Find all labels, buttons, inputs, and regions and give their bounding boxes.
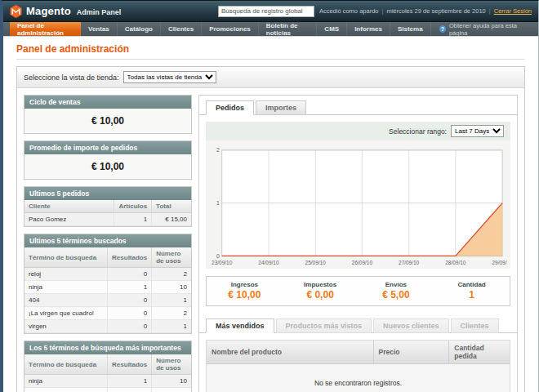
cell-label: ¡La virgen que cuadro! [24, 307, 108, 320]
cell-value: 2 [152, 307, 191, 320]
last-orders-table: ClienteArtículosTotalPaco Gomez1€ 15,00 [24, 200, 191, 226]
separator: | [381, 7, 383, 15]
table-row: Paco Gomez1€ 15,00 [24, 213, 191, 226]
svg-text:25/09/10: 25/09/10 [305, 260, 327, 265]
top-search-terms-table: Término de búsquedaResultadosNúmero de u… [24, 354, 191, 392]
tab-nuevos-clientes: Nuevos clientes [373, 318, 449, 333]
page-body: Panel de administración Seleccione la vi… [3, 37, 538, 392]
svg-text:0: 0 [216, 253, 220, 259]
svg-text:2: 2 [216, 147, 220, 153]
table-row: reloj02 [24, 388, 191, 392]
range-row: Seleccionar rango: Last 7 Days [206, 122, 510, 140]
cell-value: 0 [108, 307, 152, 320]
stat-impuestos: Impuestos€ 0,00 [283, 281, 359, 301]
svg-text:29/09/10: 29/09/10 [492, 260, 507, 265]
stat-envios: Envíos€ 5,00 [359, 281, 434, 301]
last-search-terms-widget: Ultimos 5 términos buscados Término de b… [24, 234, 192, 334]
nav-item-panel-de-administracion[interactable]: Panel de administración [10, 22, 81, 36]
table-row: reloj02 [24, 268, 191, 281]
svg-text:24/09/10: 24/09/10 [258, 260, 279, 265]
sales-chart: 01223/09/1024/09/1025/09/1026/09/1027/09… [206, 140, 510, 269]
dashboard-area: Ciclo de ventas € 10,00 Promedio de impo… [17, 88, 524, 392]
nav-item-sistema[interactable]: Sistema [390, 22, 431, 36]
stat-cantidad: Cantidad1 [434, 281, 510, 301]
cell-value: 1 [152, 294, 191, 307]
nav-item-promociones[interactable]: Promociones [202, 22, 259, 36]
cell-value: 0 [108, 268, 152, 281]
nav-item-informes[interactable]: Informes [347, 22, 390, 36]
dashboard-sidebar: Ciclo de ventas € 10,00 Promedio de impo… [24, 95, 192, 392]
nav-item-catalogo[interactable]: Catálogo [118, 22, 161, 36]
magento-admin-window: Magento Admin Panel Accedió como apardo … [0, 0, 539, 392]
totals-bar: Ingresos€ 10,00Impuestos€ 0,00Envíos€ 5,… [206, 276, 510, 306]
range-label: Seleccionar rango: [389, 127, 447, 136]
store-view-select[interactable]: Todas las vistas de tienda [123, 71, 216, 83]
cell-label: reloj [24, 388, 108, 392]
widget-title: Ultimos 5 términos buscados [24, 234, 191, 247]
store-view-bar: Seleccione la vista de tienda: Todas las… [17, 67, 524, 88]
widget-title: Ciclo de ventas [24, 96, 191, 109]
stat-value: € 0,00 [283, 289, 359, 301]
stat-label: Cantidad [434, 281, 510, 288]
column-header-articulos: Artículos [114, 200, 152, 213]
cell-value: 1 [108, 375, 152, 388]
stat-value: € 5,00 [359, 289, 434, 301]
dashboard-panel: PedidosImportes Seleccionar rango: Last … [198, 95, 518, 392]
cell-label: Paco Gomez [24, 213, 114, 226]
last-orders-widget: Ultimos 5 pedidos ClienteArtículosTotalP… [24, 186, 192, 227]
stat-value: 1 [434, 289, 510, 301]
header-user-meta: Accedió como apardo | miércoles 29 de se… [319, 7, 532, 15]
cell-label: virgen [24, 320, 108, 333]
svg-text:28/09/10: 28/09/10 [445, 260, 466, 265]
cell-value: 1 [114, 213, 152, 226]
tab-importes[interactable]: Importes [256, 100, 306, 115]
nav-item-boletin-de-noticias[interactable]: Boletín de noticias [259, 22, 318, 36]
grid-column-cantidad-pedida: Cantidad pedida [449, 341, 510, 364]
orders-amounts-tabs: PedidosImportes [199, 96, 517, 115]
stat-label: Impuestos [283, 281, 359, 288]
cell-value: 2 [152, 268, 191, 281]
cell-value: 1 [108, 281, 152, 294]
cell-value: 0 [108, 294, 152, 307]
stat-label: Ingresos [207, 281, 283, 288]
logged-in-as: Accedió como apardo [319, 7, 379, 15]
logo-text: Magento [26, 5, 71, 17]
cell-label: reloj [24, 268, 108, 281]
store-view-label: Seleccione la vista de tienda: [24, 74, 119, 82]
current-date: miércoles 29 de septiembre de 2010 [386, 7, 485, 15]
sales-cycle-widget: Ciclo de ventas € 10,00 [24, 95, 192, 134]
nav-item-cms[interactable]: CMS [317, 22, 347, 36]
cell-value: 10 [152, 375, 191, 388]
logout-link[interactable]: Cerrar Sesión [494, 7, 532, 15]
column-header-resultados: Resultados [108, 354, 152, 375]
nav-item-ventas[interactable]: Ventas [81, 22, 118, 36]
table-row: ninja110 [24, 281, 191, 294]
page-title: Panel de administración [16, 43, 525, 60]
global-search-input[interactable] [218, 6, 314, 17]
separator: | [489, 7, 491, 15]
column-header-resultados: Resultados [108, 247, 152, 268]
avg-order-value: € 10,00 [24, 154, 191, 179]
grid-column-nombre-del-producto: Nombre del producto [207, 341, 373, 364]
logo-suffix: Admin Panel [77, 8, 122, 16]
cell-label: ninja [24, 375, 108, 388]
sales-cycle-value: € 10,00 [24, 109, 191, 133]
tab-pedidos[interactable]: Pedidos [206, 100, 254, 115]
help-link[interactable]: ? Obtener ayuda para esta página [431, 22, 538, 36]
range-select[interactable]: Last 7 Days [451, 125, 504, 137]
nav-item-clientes[interactable]: Clientes [161, 22, 202, 36]
cell-label: ninja [24, 281, 108, 294]
cell-label: 404 [24, 294, 108, 307]
tab-clientes: Clientes [451, 318, 499, 333]
column-header-cliente: Cliente [24, 200, 114, 213]
magento-logo-icon [10, 5, 22, 18]
svg-text:27/09/10: 27/09/10 [399, 260, 420, 265]
table-row: 40401 [24, 294, 191, 307]
table-row: ninja110 [24, 375, 191, 388]
main-nav: Panel de administraciónVentasCatálogoCli… [3, 22, 538, 37]
tab-mas-vendidos[interactable]: Más vendidos [206, 318, 274, 333]
stat-value: € 10,00 [207, 289, 283, 301]
widget-title: Promedio de importe de pedidos [24, 141, 191, 154]
cell-value: 2 [152, 388, 191, 392]
products-grid: Nombre del productoPrecioCantidad pedida… [206, 340, 510, 392]
